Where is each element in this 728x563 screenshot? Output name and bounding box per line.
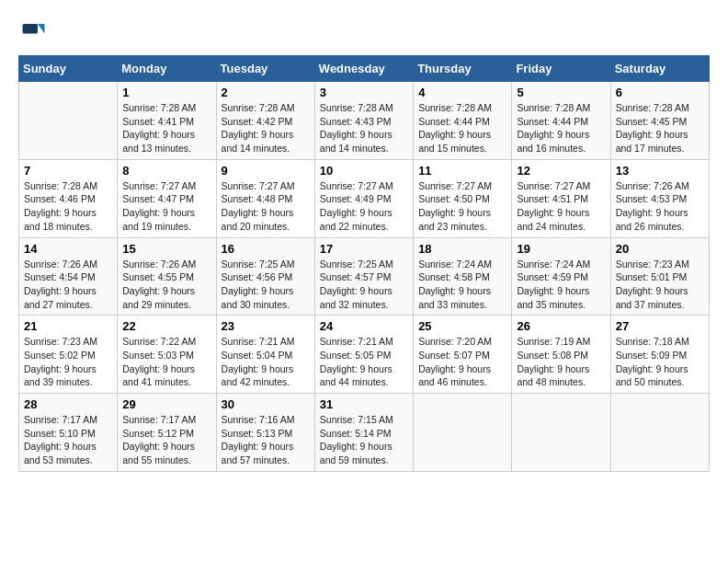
week-row-5: 28 Sunrise: 7:17 AM Sunset: 5:10 PM Dayl… xyxy=(19,394,710,472)
day-cell xyxy=(610,394,709,472)
day-number: 24 xyxy=(320,319,408,333)
page-header xyxy=(18,18,710,46)
day-cell: 9 Sunrise: 7:27 AM Sunset: 4:48 PM Dayli… xyxy=(216,159,314,237)
day-cell: 25 Sunrise: 7:20 AM Sunset: 5:07 PM Dayl… xyxy=(414,316,512,394)
day-cell: 11 Sunrise: 7:27 AM Sunset: 4:50 PM Dayl… xyxy=(414,159,512,237)
day-info: Sunrise: 7:27 AM Sunset: 4:49 PM Dayligh… xyxy=(320,179,408,234)
day-cell: 7 Sunrise: 7:28 AM Sunset: 4:46 PM Dayli… xyxy=(19,159,118,237)
svg-marker-0 xyxy=(38,24,45,34)
day-cell: 20 Sunrise: 7:23 AM Sunset: 5:01 PM Dayl… xyxy=(610,237,709,316)
header-row: SundayMondayTuesdayWednesdayThursdayFrid… xyxy=(19,56,710,82)
week-row-4: 21 Sunrise: 7:23 AM Sunset: 5:02 PM Dayl… xyxy=(19,316,710,394)
day-cell: 15 Sunrise: 7:26 AM Sunset: 4:55 PM Dayl… xyxy=(118,237,216,316)
day-number: 30 xyxy=(222,397,310,411)
day-cell: 14 Sunrise: 7:26 AM Sunset: 4:54 PM Dayl… xyxy=(19,237,118,316)
day-info: Sunrise: 7:17 AM Sunset: 5:10 PM Dayligh… xyxy=(24,413,112,467)
header-cell-thursday: Thursday xyxy=(414,56,512,82)
day-info: Sunrise: 7:28 AM Sunset: 4:46 PM Dayligh… xyxy=(24,179,112,234)
day-number: 26 xyxy=(517,319,605,333)
day-cell: 29 Sunrise: 7:17 AM Sunset: 5:12 PM Dayl… xyxy=(118,394,216,472)
week-row-3: 14 Sunrise: 7:26 AM Sunset: 4:54 PM Dayl… xyxy=(19,237,710,316)
day-info: Sunrise: 7:26 AM Sunset: 4:53 PM Dayligh… xyxy=(616,179,704,234)
day-cell: 28 Sunrise: 7:17 AM Sunset: 5:10 PM Dayl… xyxy=(19,394,118,472)
week-row-1: 1 Sunrise: 7:28 AM Sunset: 4:41 PM Dayli… xyxy=(19,82,710,160)
day-cell: 6 Sunrise: 7:28 AM Sunset: 4:45 PM Dayli… xyxy=(610,82,709,160)
day-number: 20 xyxy=(616,242,704,256)
day-number: 5 xyxy=(517,86,605,99)
day-info: Sunrise: 7:28 AM Sunset: 4:44 PM Dayligh… xyxy=(418,101,506,155)
day-number: 4 xyxy=(418,86,506,99)
day-info: Sunrise: 7:28 AM Sunset: 4:43 PM Dayligh… xyxy=(320,101,408,155)
day-info: Sunrise: 7:27 AM Sunset: 4:51 PM Dayligh… xyxy=(517,179,605,234)
day-cell: 19 Sunrise: 7:24 AM Sunset: 4:59 PM Dayl… xyxy=(512,237,610,316)
day-info: Sunrise: 7:21 AM Sunset: 5:05 PM Dayligh… xyxy=(320,335,408,389)
day-cell: 21 Sunrise: 7:23 AM Sunset: 5:02 PM Dayl… xyxy=(19,316,118,394)
day-cell: 2 Sunrise: 7:28 AM Sunset: 4:42 PM Dayli… xyxy=(216,82,314,160)
header-cell-sunday: Sunday xyxy=(19,56,118,82)
day-info: Sunrise: 7:21 AM Sunset: 5:04 PM Dayligh… xyxy=(222,335,310,389)
day-info: Sunrise: 7:27 AM Sunset: 4:47 PM Dayligh… xyxy=(122,179,210,234)
header-cell-monday: Monday xyxy=(118,56,216,82)
day-cell: 27 Sunrise: 7:18 AM Sunset: 5:09 PM Dayl… xyxy=(610,316,709,394)
day-cell: 22 Sunrise: 7:22 AM Sunset: 5:03 PM Dayl… xyxy=(118,316,216,394)
day-number: 7 xyxy=(24,164,112,178)
day-info: Sunrise: 7:19 AM Sunset: 5:08 PM Dayligh… xyxy=(517,335,605,389)
day-cell: 5 Sunrise: 7:28 AM Sunset: 4:44 PM Dayli… xyxy=(512,82,610,160)
day-number: 17 xyxy=(320,242,408,256)
day-cell: 30 Sunrise: 7:16 AM Sunset: 5:13 PM Dayl… xyxy=(216,394,314,472)
day-cell: 13 Sunrise: 7:26 AM Sunset: 4:53 PM Dayl… xyxy=(610,159,709,237)
day-info: Sunrise: 7:25 AM Sunset: 4:56 PM Dayligh… xyxy=(222,258,310,312)
day-info: Sunrise: 7:23 AM Sunset: 5:02 PM Dayligh… xyxy=(24,335,112,389)
day-info: Sunrise: 7:24 AM Sunset: 4:59 PM Dayligh… xyxy=(517,258,605,312)
week-row-2: 7 Sunrise: 7:28 AM Sunset: 4:46 PM Dayli… xyxy=(19,159,710,237)
day-cell: 3 Sunrise: 7:28 AM Sunset: 4:43 PM Dayli… xyxy=(314,82,413,160)
day-number: 10 xyxy=(320,164,408,178)
day-number: 27 xyxy=(616,319,704,333)
day-info: Sunrise: 7:28 AM Sunset: 4:41 PM Dayligh… xyxy=(122,101,210,155)
day-number: 28 xyxy=(24,397,112,411)
day-number: 9 xyxy=(222,164,310,178)
day-number: 13 xyxy=(616,164,704,178)
day-number: 11 xyxy=(418,164,506,178)
day-info: Sunrise: 7:25 AM Sunset: 4:57 PM Dayligh… xyxy=(320,258,408,312)
day-info: Sunrise: 7:17 AM Sunset: 5:12 PM Dayligh… xyxy=(122,413,210,467)
day-info: Sunrise: 7:28 AM Sunset: 4:42 PM Dayligh… xyxy=(222,101,310,155)
day-cell: 8 Sunrise: 7:27 AM Sunset: 4:47 PM Dayli… xyxy=(118,159,216,237)
day-number: 31 xyxy=(320,397,408,411)
day-info: Sunrise: 7:24 AM Sunset: 4:58 PM Dayligh… xyxy=(418,258,506,312)
day-number: 2 xyxy=(222,86,310,99)
day-number: 14 xyxy=(24,242,112,256)
day-number: 29 xyxy=(122,397,210,411)
day-number: 19 xyxy=(517,242,605,256)
day-info: Sunrise: 7:22 AM Sunset: 5:03 PM Dayligh… xyxy=(122,335,210,389)
day-info: Sunrise: 7:28 AM Sunset: 4:45 PM Dayligh… xyxy=(616,101,704,155)
day-cell: 26 Sunrise: 7:19 AM Sunset: 5:08 PM Dayl… xyxy=(512,316,610,394)
day-cell: 10 Sunrise: 7:27 AM Sunset: 4:49 PM Dayl… xyxy=(314,159,413,237)
day-info: Sunrise: 7:28 AM Sunset: 4:44 PM Dayligh… xyxy=(517,101,605,155)
day-cell xyxy=(414,394,512,472)
day-cell: 17 Sunrise: 7:25 AM Sunset: 4:57 PM Dayl… xyxy=(314,237,413,316)
day-info: Sunrise: 7:27 AM Sunset: 4:50 PM Dayligh… xyxy=(418,179,506,234)
day-number: 18 xyxy=(418,242,506,256)
day-info: Sunrise: 7:20 AM Sunset: 5:07 PM Dayligh… xyxy=(418,335,506,389)
day-cell: 1 Sunrise: 7:28 AM Sunset: 4:41 PM Dayli… xyxy=(118,82,216,160)
header-cell-wednesday: Wednesday xyxy=(314,56,413,82)
day-cell xyxy=(512,394,610,472)
logo-icon xyxy=(18,18,46,46)
calendar-table: SundayMondayTuesdayWednesdayThursdayFrid… xyxy=(18,55,710,472)
day-number: 25 xyxy=(418,319,506,333)
header-cell-saturday: Saturday xyxy=(610,56,709,82)
day-info: Sunrise: 7:27 AM Sunset: 4:48 PM Dayligh… xyxy=(222,179,310,234)
day-number: 3 xyxy=(320,86,408,99)
day-info: Sunrise: 7:18 AM Sunset: 5:09 PM Dayligh… xyxy=(616,335,704,389)
day-info: Sunrise: 7:26 AM Sunset: 4:55 PM Dayligh… xyxy=(122,258,210,312)
day-cell: 4 Sunrise: 7:28 AM Sunset: 4:44 PM Dayli… xyxy=(414,82,512,160)
day-info: Sunrise: 7:16 AM Sunset: 5:13 PM Dayligh… xyxy=(222,413,310,467)
calendar-header: SundayMondayTuesdayWednesdayThursdayFrid… xyxy=(19,56,710,82)
calendar-body: 1 Sunrise: 7:28 AM Sunset: 4:41 PM Dayli… xyxy=(19,82,710,472)
day-info: Sunrise: 7:15 AM Sunset: 5:14 PM Dayligh… xyxy=(320,413,408,467)
day-cell xyxy=(19,82,118,160)
day-cell: 16 Sunrise: 7:25 AM Sunset: 4:56 PM Dayl… xyxy=(216,237,314,316)
day-cell: 31 Sunrise: 7:15 AM Sunset: 5:14 PM Dayl… xyxy=(314,394,413,472)
day-info: Sunrise: 7:26 AM Sunset: 4:54 PM Dayligh… xyxy=(24,258,112,312)
